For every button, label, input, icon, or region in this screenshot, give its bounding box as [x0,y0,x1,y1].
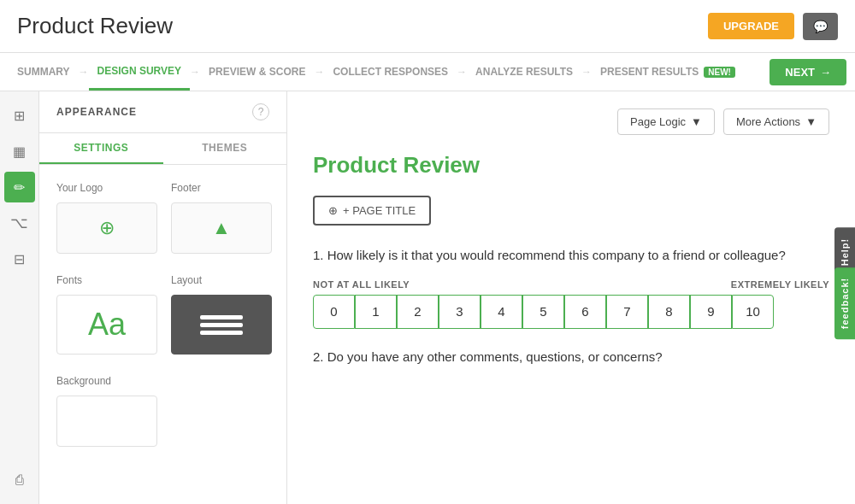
footer-icon: ▲ [212,217,231,239]
question-1-text: 1. How likely is it that you would recom… [313,246,829,266]
layout-lines-icon [200,315,243,335]
page-title: Product Review [17,13,173,39]
top-header: Product Review UPGRADE 💬 [0,0,855,53]
panel-header: APPEARANCE ? [39,91,286,133]
scale-labels: NOT AT ALL LIKELY EXTREMELY LIKELY [313,279,829,290]
scale-cell-6[interactable]: 6 [564,295,606,329]
panel-content: Your Logo ⊕ Footer ▲ [39,165,286,484]
scale-cell-2[interactable]: 2 [397,295,439,329]
add-page-title-button[interactable]: ⊕ + PAGE TITLE [313,196,431,226]
scale-cell-9[interactable]: 9 [690,295,732,329]
scale-cell-5[interactable]: 5 [522,295,564,329]
next-arrow-icon: → [820,66,831,79]
nps-scale: NOT AT ALL LIKELY EXTREMELY LIKELY 01234… [313,279,829,329]
sidebar-icon-chart[interactable]: ▦ [4,136,35,167]
logo-add-icon: ⊕ [99,217,115,239]
background-label: Background [56,375,269,387]
panel-title: APPEARANCE [56,106,137,118]
page-logic-button[interactable]: Page Logic ▼ [617,108,715,135]
fonts-layout-section: Fonts Aa Layout [56,274,269,355]
scale-cell-8[interactable]: 8 [648,295,690,329]
scale-numbers: 012345678910 [313,295,829,329]
content-toolbar: Page Logic ▼ More Actions ▼ [313,108,829,135]
icon-sidebar: ⊞ ▦ ✏ ⌥ ⊟ ⎙ [0,91,39,504]
right-content: Page Logic ▼ More Actions ▼ Product Revi… [287,91,855,504]
nav-item-collect[interactable]: COLLECT RESPONSES [324,53,457,91]
scale-cell-4[interactable]: 4 [481,295,522,329]
scale-cell-7[interactable]: 7 [606,295,648,329]
nav-arrow-5: → [581,66,592,78]
page-logic-chevron-icon: ▼ [691,115,702,128]
footer-label: Footer [171,182,272,194]
nav-arrow-1: → [79,66,89,78]
scale-cell-10[interactable]: 10 [732,295,774,329]
nav-arrow-2: → [190,66,200,78]
logo-upload-box[interactable]: ⊕ [56,202,157,254]
footer-upload-box[interactable]: ▲ [171,202,272,254]
layout-line-3 [200,331,243,335]
help-icon[interactable]: ? [252,103,269,120]
nav-arrow-3: → [314,66,324,78]
more-actions-chevron-icon: ▼ [805,115,817,128]
background-box[interactable] [56,396,157,447]
scale-right-label: EXTREMELY LIKELY [731,279,829,290]
scale-cell-3[interactable]: 3 [439,295,481,329]
background-section: Background [56,375,269,447]
fonts-section: Fonts Aa [56,274,157,355]
header-actions: UPGRADE 💬 [708,13,838,40]
panel-tabs: SETTINGS THEMES [39,133,286,165]
layout-line-2 [200,323,243,327]
scale-cell-0[interactable]: 0 [313,295,355,329]
nav-item-summary[interactable]: SUMMARY [9,53,79,91]
fonts-box[interactable]: Aa [56,295,157,355]
question-2-text: 2. Do you have any other comments, quest… [313,349,829,364]
fonts-layout-row: Fonts Aa Layout [56,274,269,355]
logo-footer-section: Your Logo ⊕ Footer ▲ [56,182,269,254]
sidebar-icon-print[interactable]: ⎙ [4,465,35,495]
tab-themes[interactable]: THEMES [163,133,287,164]
sidebar-icon-branch[interactable]: ⌥ [4,208,35,238]
feedback-button[interactable]: 💬 [803,13,838,40]
left-panel: APPEARANCE ? SETTINGS THEMES Your Logo ⊕ [39,91,287,504]
fonts-label: Fonts [56,274,157,286]
logo-footer-row: Your Logo ⊕ Footer ▲ [56,182,269,254]
layout-section: Layout [171,274,272,355]
scale-left-label: NOT AT ALL LIKELY [313,279,410,290]
footer-section: Footer ▲ [171,182,272,254]
new-badge: NEW! [704,67,735,78]
main-layout: ⊞ ▦ ✏ ⌥ ⊟ ⎙ APPEARANCE ? SETTINGS THEMES… [0,91,855,504]
sidebar-icon-layers[interactable]: ⊞ [4,100,35,131]
nav-item-design[interactable]: DESIGN SURVEY [89,53,190,91]
feedback-tab[interactable]: feedback! [834,267,855,339]
layout-line-1 [200,315,243,319]
nav-item-present[interactable]: PRESENT RESULTS NEW! [592,53,744,91]
logo-label: Your Logo [56,182,157,194]
nav-item-preview[interactable]: PREVIEW & SCORE [200,53,314,91]
layout-label: Layout [171,274,272,286]
sidebar-icon-edit[interactable]: ✏ [4,172,35,202]
upgrade-button[interactable]: UPGRADE [708,13,794,39]
nav-item-analyze[interactable]: ANALYZE RESULTS [467,53,581,91]
more-actions-button[interactable]: More Actions ▼ [723,108,829,135]
logo-section: Your Logo ⊕ [56,182,157,254]
nav-arrow-4: → [457,66,467,78]
next-button[interactable]: NEXT → [770,59,846,85]
scale-cell-1[interactable]: 1 [355,295,397,329]
layout-box[interactable] [171,295,272,355]
nav-bar: SUMMARY → DESIGN SURVEY → PREVIEW & SCOR… [0,53,855,91]
sidebar-icon-sliders[interactable]: ⊟ [4,243,35,274]
page-title-plus-icon: ⊕ [328,204,338,217]
tab-settings[interactable]: SETTINGS [39,133,163,164]
survey-title: Product Review [313,152,829,179]
